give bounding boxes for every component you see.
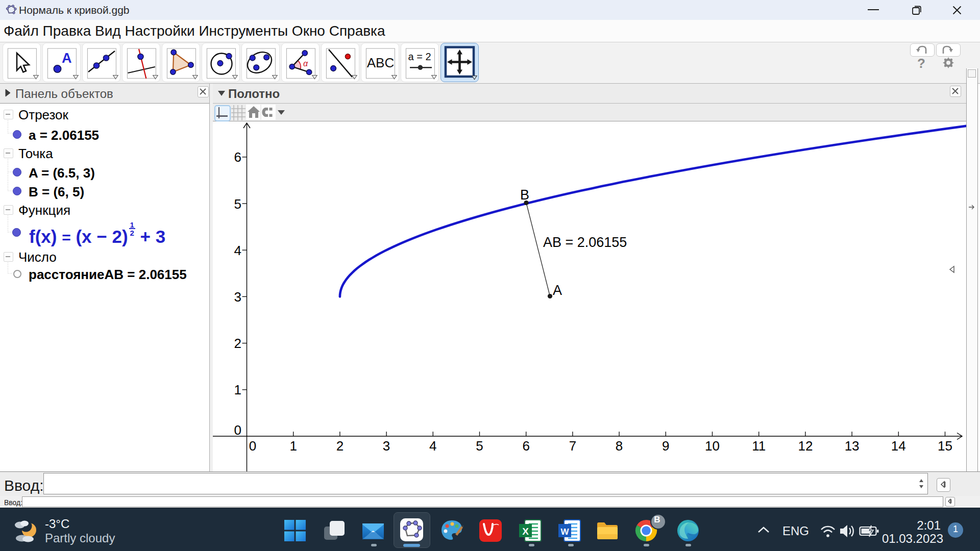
svg-text:a = 2: a = 2	[408, 51, 431, 62]
svg-text:4: 4	[429, 438, 436, 454]
svg-text:3: 3	[234, 289, 241, 305]
svg-text:0: 0	[234, 422, 241, 438]
svg-text:5: 5	[476, 438, 483, 454]
svg-text:15: 15	[938, 438, 952, 454]
svg-text:W: W	[560, 527, 569, 537]
svg-text:2: 2	[234, 336, 241, 351]
svg-text:8: 8	[616, 438, 623, 454]
svg-text:10: 10	[705, 438, 720, 454]
svg-text:A: A	[62, 51, 72, 66]
svg-text:B: B	[520, 187, 529, 203]
svg-text:5: 5	[234, 196, 241, 212]
svg-text:X: X	[522, 526, 529, 537]
svg-text:14: 14	[891, 438, 906, 454]
svg-text:A: A	[553, 283, 562, 298]
svg-text:12: 12	[798, 438, 813, 454]
svg-text:AB = 2.06155: AB = 2.06155	[543, 235, 627, 250]
svg-text:6: 6	[522, 438, 529, 454]
svg-text:13: 13	[845, 438, 860, 454]
svg-text:11: 11	[752, 438, 766, 454]
svg-text:7: 7	[569, 438, 576, 454]
svg-text:0: 0	[249, 438, 256, 454]
svg-text:4: 4	[234, 243, 241, 258]
svg-text:2: 2	[336, 438, 344, 454]
svg-text:ABC: ABC	[367, 55, 394, 70]
svg-text:3: 3	[383, 438, 390, 454]
svg-text:1: 1	[234, 382, 241, 397]
svg-text:6: 6	[234, 149, 241, 165]
svg-text:α: α	[303, 59, 308, 68]
svg-text:1: 1	[289, 438, 297, 454]
svg-text:9: 9	[662, 438, 669, 454]
